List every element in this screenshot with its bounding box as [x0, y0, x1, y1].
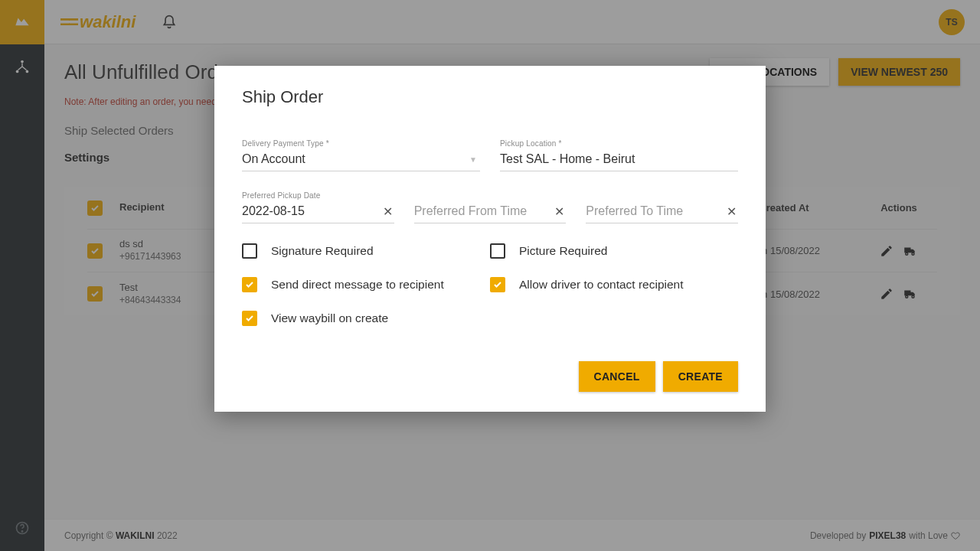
signature-required-label: Signature Required [271, 244, 374, 258]
picture-required-checkbox[interactable] [490, 243, 505, 259]
view-waybill-label: View waybill on create [271, 311, 388, 325]
pickup-location-input[interactable]: Pickup Location * Test SAL - Home - Beir… [500, 139, 738, 171]
modal-title: Ship Order [242, 87, 738, 107]
allow-contact-label: Allow driver to contact recipient [519, 278, 684, 292]
signature-required-checkbox[interactable] [242, 243, 257, 259]
clear-icon[interactable]: ✕ [383, 204, 393, 219]
allow-contact-checkbox[interactable] [490, 277, 505, 292]
view-waybill-checkbox[interactable] [242, 311, 257, 326]
preferred-pickup-date-input[interactable]: Preferred Pickup Date 2022-08-15 ✕ [242, 191, 394, 223]
clear-icon[interactable]: ✕ [554, 204, 564, 219]
create-button[interactable]: CREATE [663, 361, 738, 392]
delivery-payment-type-select[interactable]: Delivery Payment Type * On Account ▼ [242, 139, 480, 171]
direct-message-label: Send direct message to recipient [271, 278, 444, 292]
clear-icon[interactable]: ✕ [727, 204, 737, 219]
chevron-down-icon: ▼ [469, 155, 477, 164]
preferred-to-time-input[interactable]: Preferred To Time ✕ [586, 191, 738, 223]
direct-message-checkbox[interactable] [242, 277, 257, 292]
cancel-button[interactable]: CANCEL [579, 361, 655, 392]
ship-order-modal: Ship Order Delivery Payment Type * On Ac… [214, 66, 766, 412]
picture-required-label: Picture Required [519, 244, 607, 258]
preferred-from-time-input[interactable]: Preferred From Time ✕ [414, 191, 567, 223]
